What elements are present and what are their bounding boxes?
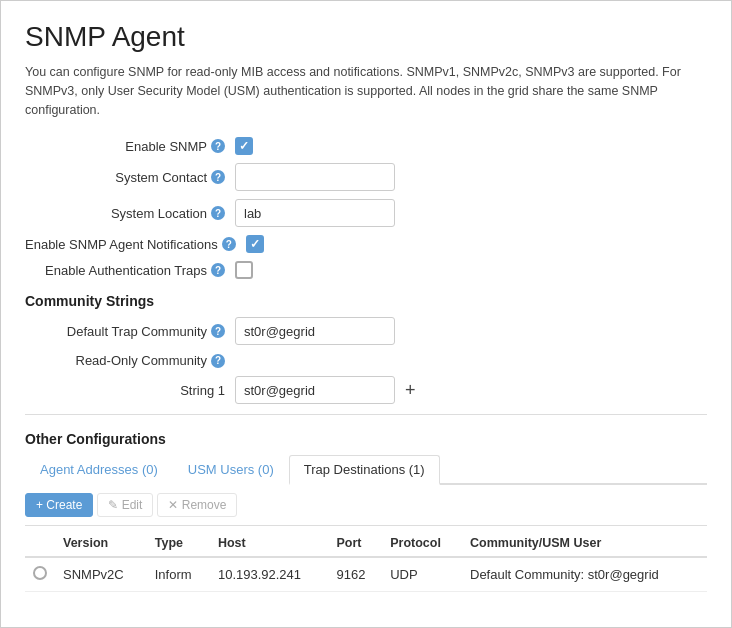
enable-notifications-row: Enable SNMP Agent Notifications ?	[25, 235, 707, 253]
tab-trap-destinations[interactable]: Trap Destinations (1)	[289, 455, 440, 485]
default-trap-community-row: Default Trap Community ?	[25, 317, 707, 345]
system-location-label: System Location ?	[25, 206, 235, 221]
read-only-community-help-icon[interactable]: ?	[211, 354, 225, 368]
system-contact-help-icon[interactable]: ?	[211, 170, 225, 184]
community-strings-title: Community Strings	[25, 293, 707, 309]
col-port: Port	[329, 530, 383, 557]
col-type: Type	[147, 530, 210, 557]
trap-destinations-table: Version Type Host Port Protocol Communit…	[25, 530, 707, 592]
table-header-row: Version Type Host Port Protocol Communit…	[25, 530, 707, 557]
toolbar-row: + Create ✎ Edit ✕ Remove	[25, 485, 707, 526]
default-trap-community-input[interactable]	[235, 317, 395, 345]
add-string-icon[interactable]: +	[405, 381, 416, 399]
table-wrapper: Version Type Host Port Protocol Communit…	[25, 530, 707, 592]
page-wrapper: SNMP Agent You can configure SNMP for re…	[0, 0, 732, 628]
enable-snmp-checkbox-wrapper[interactable]	[235, 137, 253, 155]
system-contact-input[interactable]	[235, 163, 395, 191]
string1-input-row: +	[235, 376, 416, 404]
enable-notifications-label: Enable SNMP Agent Notifications ?	[25, 237, 246, 252]
enable-auth-traps-help-icon[interactable]: ?	[211, 263, 225, 277]
string1-row: String 1 +	[25, 376, 707, 404]
enable-snmp-row: Enable SNMP ?	[25, 137, 707, 155]
remove-button[interactable]: ✕ Remove	[157, 493, 237, 517]
enable-notifications-checkbox-wrapper[interactable]	[246, 235, 264, 253]
other-config-title: Other Configurations	[25, 431, 707, 447]
tabs-row: Agent Addresses (0) USM Users (0) Trap D…	[25, 455, 707, 485]
col-version: Version	[55, 530, 147, 557]
enable-snmp-label: Enable SNMP ?	[25, 139, 235, 154]
col-community-usm-user: Community/USM User	[462, 530, 707, 557]
row-protocol: UDP	[382, 557, 462, 592]
create-button[interactable]: + Create	[25, 493, 93, 517]
enable-snmp-help-icon[interactable]: ?	[211, 139, 225, 153]
page-description: You can configure SNMP for read-only MIB…	[25, 63, 707, 119]
row-port: 9162	[329, 557, 383, 592]
snmp-form: Enable SNMP ? System Contact ? System Lo…	[25, 137, 707, 279]
row-version: SNMPv2C	[55, 557, 147, 592]
row-radio[interactable]	[33, 566, 47, 580]
enable-auth-traps-checkbox-wrapper[interactable]	[235, 261, 253, 279]
string1-label: String 1	[25, 383, 235, 398]
col-protocol: Protocol	[382, 530, 462, 557]
edit-button[interactable]: ✎ Edit	[97, 493, 153, 517]
row-type: Inform	[147, 557, 210, 592]
enable-auth-traps-label: Enable Authentication Traps ?	[25, 263, 235, 278]
row-host: 10.193.92.241	[210, 557, 329, 592]
tab-agent-addresses[interactable]: Agent Addresses (0)	[25, 455, 173, 485]
page-title: SNMP Agent	[25, 21, 707, 53]
community-strings-section: Community Strings Default Trap Community…	[25, 293, 707, 404]
tab-usm-users[interactable]: USM Users (0)	[173, 455, 289, 485]
row-community-usm-user: Default Community: st0r@gegrid	[462, 557, 707, 592]
table-row[interactable]: SNMPv2C Inform 10.193.92.241 9162 UDP De…	[25, 557, 707, 592]
enable-auth-traps-row: Enable Authentication Traps ?	[25, 261, 707, 279]
system-location-help-icon[interactable]: ?	[211, 206, 225, 220]
read-only-community-row: Read-Only Community ?	[25, 353, 707, 368]
system-location-row: System Location ?	[25, 199, 707, 227]
enable-notifications-help-icon[interactable]: ?	[222, 237, 236, 251]
row-select-cell[interactable]	[25, 557, 55, 592]
read-only-community-label: Read-Only Community ?	[25, 353, 235, 368]
divider	[25, 414, 707, 415]
system-location-input[interactable]	[235, 199, 395, 227]
system-contact-label: System Contact ?	[25, 170, 235, 185]
default-trap-community-help-icon[interactable]: ?	[211, 324, 225, 338]
enable-auth-traps-checkbox[interactable]	[235, 261, 253, 279]
other-config-section: Other Configurations Agent Addresses (0)…	[25, 431, 707, 592]
string1-input[interactable]	[235, 376, 395, 404]
system-contact-row: System Contact ?	[25, 163, 707, 191]
enable-snmp-checkbox[interactable]	[235, 137, 253, 155]
enable-notifications-checkbox[interactable]	[246, 235, 264, 253]
col-select	[25, 530, 55, 557]
col-host: Host	[210, 530, 329, 557]
default-trap-community-label: Default Trap Community ?	[25, 324, 235, 339]
